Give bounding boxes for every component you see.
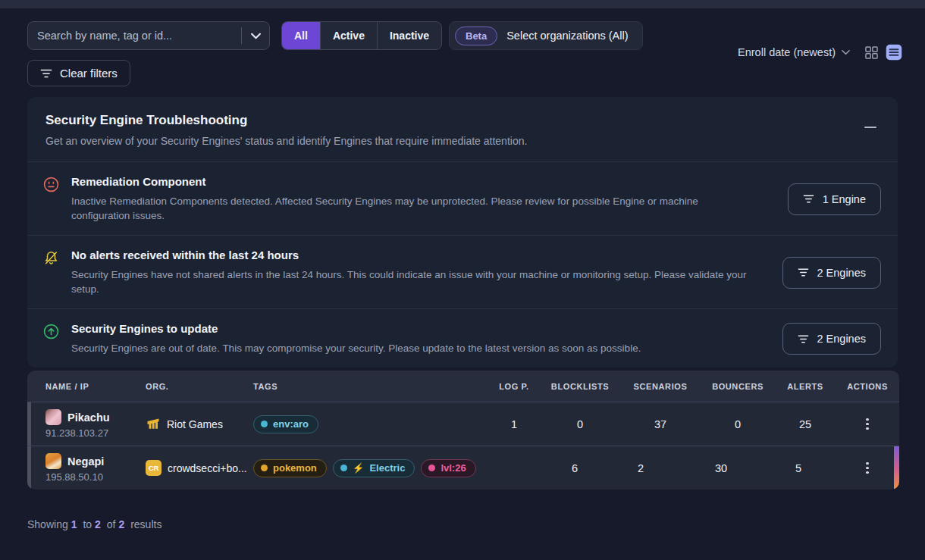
item-description: Security Engines have not shared alerts …	[71, 267, 769, 296]
tag-label: Electric	[369, 462, 405, 474]
troubleshooting-item-remediation: Remediation Component Inactive Remediati…	[27, 161, 898, 235]
troubleshooting-title: Security Engine Troubleshooting	[45, 113, 880, 128]
row-edge-gradient-strip	[894, 446, 899, 490]
tag-pill[interactable]: ⚡ Electric	[333, 459, 415, 477]
org-name: Riot Games	[167, 418, 223, 430]
summary-total: 2	[118, 518, 124, 530]
cell-bouncers: 0	[701, 418, 775, 430]
troubleshooting-panel: Security Engine Troubleshooting Get an o…	[27, 97, 898, 368]
tag-pill[interactable]: pokemon	[253, 459, 327, 477]
lightning-bolt-icon: ⚡	[353, 462, 365, 474]
engine-name: Negapi	[67, 455, 104, 468]
row-status-strip	[27, 402, 31, 446]
org-name: crowdsecci+bo...	[168, 462, 247, 474]
summary-start: 1	[71, 518, 77, 530]
tag-pill[interactable]: lvl:26	[421, 459, 475, 477]
summary-text: results	[130, 518, 161, 530]
tag-label: env:aro	[273, 418, 309, 430]
collapse-panel-button[interactable]	[864, 122, 878, 133]
list-view-icon[interactable]	[886, 44, 902, 61]
summary-text: to	[83, 518, 92, 530]
org-selector-label: Select organizations (All)	[506, 30, 628, 42]
chevron-down-icon[interactable]	[242, 22, 269, 49]
results-summary: Showing1 to2 of2 results	[27, 518, 165, 530]
tag-label: lvl:26	[441, 462, 466, 474]
clear-filters-button[interactable]: Clear filters	[27, 60, 130, 86]
cell-alerts: 25	[775, 418, 836, 430]
search-box[interactable]	[27, 21, 270, 50]
engine-name: Pikachu	[67, 411, 110, 424]
view-toggle-group	[865, 44, 902, 61]
table-header-row: NAME / IP ORG. TAGS LOG P. BLOCKLISTS SC…	[27, 371, 899, 402]
arrow-up-circle-icon	[42, 323, 61, 340]
sad-face-icon	[42, 176, 61, 193]
bell-slash-icon	[42, 249, 61, 267]
beta-badge: Beta	[455, 27, 497, 45]
filter-icon	[803, 194, 814, 204]
col-header-blocklists: BLOCKLISTS	[540, 382, 620, 391]
tag-pill[interactable]: env:aro	[253, 415, 318, 433]
org-selector-button[interactable]: Beta Select organizations (All)	[449, 21, 643, 50]
row-status-strip	[27, 446, 31, 490]
cell-blocklists: 0	[540, 418, 620, 430]
row-actions-menu-icon[interactable]	[861, 414, 873, 435]
update-engines-button[interactable]: 2 Engines	[782, 323, 882, 355]
summary-text: Showing	[27, 518, 68, 530]
row-actions-menu-icon[interactable]	[861, 458, 873, 479]
tab-inactive[interactable]: Inactive	[378, 22, 441, 49]
filter-icon	[798, 334, 809, 344]
engines-count-label: 2 Engines	[817, 333, 867, 345]
item-description: Inactive Remediation Components detected…	[71, 194, 754, 223]
remediation-engines-button[interactable]: 1 Engine	[788, 183, 881, 215]
tag-dot-icon	[261, 465, 268, 471]
cell-log-p: 6	[549, 462, 600, 474]
engine-ip: 195.88.50.10	[45, 471, 146, 483]
col-header-tags: TAGS	[253, 382, 488, 391]
search-input[interactable]	[28, 30, 241, 42]
cell-blocklists: 2	[600, 462, 681, 474]
top-header-strip	[0, 0, 925, 8]
summary-text: of	[107, 518, 116, 530]
tab-all[interactable]: All	[282, 22, 321, 49]
engines-count-label: 2 Engines	[817, 267, 867, 279]
troubleshooting-header: Security Engine Troubleshooting Get an o…	[27, 97, 898, 161]
col-header-alerts: ALERTS	[775, 382, 836, 391]
cell-log-p: 1	[488, 418, 540, 430]
no-alerts-engines-button[interactable]: 2 Engines	[782, 257, 882, 289]
tag-dot-icon	[261, 421, 268, 427]
filter-icon	[798, 267, 809, 277]
tag-label: pokemon	[273, 462, 317, 474]
item-title: Security Engines to update	[71, 322, 772, 335]
col-header-log-p: LOG P.	[488, 382, 540, 391]
col-header-name-ip: NAME / IP	[27, 382, 146, 391]
clear-filters-label: Clear filters	[60, 67, 118, 80]
chevron-down-icon	[842, 49, 850, 55]
cell-scenarios: 37	[620, 418, 701, 430]
sort-dropdown[interactable]: Enroll date (newest)	[738, 46, 850, 58]
col-header-org: ORG.	[146, 382, 253, 391]
cell-bouncers: 5	[761, 462, 836, 474]
col-header-scenarios: SCENARIOS	[620, 382, 701, 391]
item-description: Security Engines are out of date. This m…	[71, 341, 769, 355]
troubleshooting-item-update: Security Engines to update Security Engi…	[27, 308, 898, 368]
engine-ip: 91.238.103.27	[45, 427, 146, 439]
summary-end: 2	[95, 518, 101, 530]
item-title: No alerts received within the last 24 ho…	[71, 249, 772, 261]
tab-active[interactable]: Active	[321, 22, 378, 49]
tag-dot-icon	[428, 465, 435, 471]
col-header-actions: ACTIONS	[836, 382, 899, 391]
item-title: Remediation Component	[71, 175, 777, 188]
sort-and-view-bar: Enroll date (newest)	[738, 44, 902, 61]
riot-games-logo	[146, 417, 161, 432]
engines-count-label: 1 Engine	[823, 193, 866, 205]
troubleshooting-subtitle: Get an overview of your Security Engines…	[45, 135, 880, 147]
troubleshooting-item-no-alerts: No alerts received within the last 24 ho…	[27, 235, 898, 308]
status-filter-tabs: All Active Inactive	[281, 21, 442, 50]
minus-icon	[864, 127, 876, 129]
table-row-negapi[interactable]: Negapi 195.88.50.10 CR crowdsecci+bo... …	[27, 446, 899, 490]
avatar	[45, 453, 61, 469]
col-header-bouncers: BOUNCERS	[701, 382, 775, 391]
table-row-pikachu[interactable]: Pikachu 91.238.103.27 Riot Games env:aro…	[27, 402, 899, 446]
grid-view-icon[interactable]	[865, 46, 878, 59]
tag-dot-icon	[340, 465, 347, 471]
